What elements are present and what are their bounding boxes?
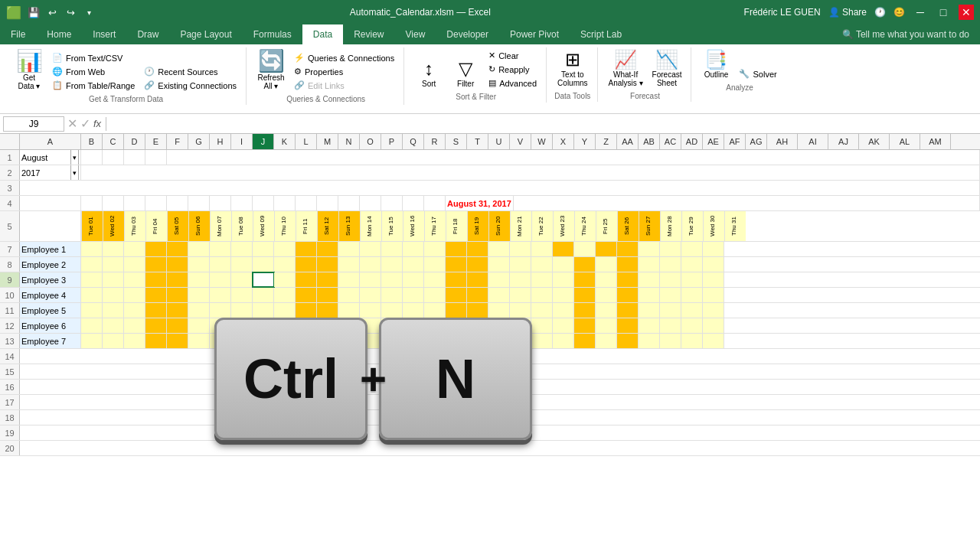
col-l[interactable]: L: [296, 134, 317, 149]
minimize-button[interactable]: ─: [913, 5, 928, 20]
emp1-d22[interactable]: [531, 242, 553, 256]
emp1-d17[interactable]: [424, 242, 446, 256]
emp1-d6[interactable]: [188, 242, 210, 256]
col-g[interactable]: G: [188, 134, 210, 149]
emp2-d7[interactable]: [210, 257, 231, 272]
emp7-d10[interactable]: [274, 334, 296, 348]
emp3-d30[interactable]: [703, 272, 724, 287]
emp7-d6[interactable]: [188, 334, 210, 348]
emp2-d20[interactable]: [488, 257, 510, 272]
customize-icon[interactable]: ▾: [81, 5, 96, 20]
emp2-d5[interactable]: [167, 257, 188, 272]
col-ah[interactable]: AH: [767, 134, 798, 149]
reapply-button[interactable]: ↻ Reapply: [485, 63, 540, 76]
emp6-d13[interactable]: [338, 318, 360, 333]
outline-button[interactable]: 📑 Outline: [699, 49, 733, 80]
emp4-d28[interactable]: [660, 288, 681, 302]
emp2-d26[interactable]: [617, 257, 639, 272]
col-aa[interactable]: AA: [617, 134, 639, 149]
emp5-d7[interactable]: [210, 303, 231, 318]
emp3-d17[interactable]: [424, 272, 446, 287]
emp5-d3[interactable]: [124, 303, 145, 318]
month-dropdown-icon[interactable]: ▾: [70, 150, 79, 165]
col-r[interactable]: R: [424, 134, 446, 149]
emp6-d16[interactable]: [403, 318, 424, 333]
emp6-d26[interactable]: [617, 318, 639, 333]
col-f[interactable]: F: [167, 134, 188, 149]
emp5-d20[interactable]: [488, 303, 510, 318]
emp2-d30[interactable]: [703, 257, 724, 272]
emp5-d4[interactable]: [145, 303, 167, 318]
col-s[interactable]: S: [446, 134, 467, 149]
emp4-d6[interactable]: [188, 288, 210, 302]
emp1-d11[interactable]: [296, 242, 317, 256]
emp5-d2[interactable]: [103, 303, 124, 318]
emp7-d27[interactable]: [639, 334, 660, 348]
from-text-csv-button[interactable]: 📄 From Text/CSV: [49, 51, 138, 64]
emp5-d22[interactable]: [531, 303, 553, 318]
tab-data[interactable]: Data: [302, 24, 343, 44]
emp4-d15[interactable]: [381, 288, 403, 302]
refresh-all-button[interactable]: 🔄 RefreshAll ▾: [254, 49, 288, 92]
emp3-d20[interactable]: [488, 272, 510, 287]
emp4-d18[interactable]: [446, 288, 467, 302]
emp6-d12[interactable]: [317, 318, 338, 333]
emp4-d22[interactable]: [531, 288, 553, 302]
clear-button[interactable]: ✕ Clear: [485, 49, 540, 62]
emp3-d19[interactable]: [467, 272, 488, 287]
emp2-d6[interactable]: [188, 257, 210, 272]
emp5-d19[interactable]: [467, 303, 488, 318]
emp5-d16[interactable]: [403, 303, 424, 318]
col-u[interactable]: U: [488, 134, 510, 149]
redo-icon[interactable]: ↪: [63, 5, 78, 20]
emp5-d8[interactable]: [231, 303, 253, 318]
emp4-d27[interactable]: [639, 288, 660, 302]
emp7-d1[interactable]: [81, 334, 103, 348]
emp1-d21[interactable]: [510, 242, 531, 256]
col-v[interactable]: V: [510, 134, 531, 149]
emp6-d22[interactable]: [531, 318, 553, 333]
emp6-d29[interactable]: [681, 318, 703, 333]
emp3-d15[interactable]: [381, 272, 403, 287]
col-b[interactable]: B: [81, 134, 103, 149]
emp6-d6[interactable]: [188, 318, 210, 333]
emp1-d25[interactable]: [596, 242, 617, 256]
col-q[interactable]: Q: [403, 134, 424, 149]
forecast-sheet-button[interactable]: 📉 ForecastSheet: [649, 49, 685, 89]
emp6-d2[interactable]: [103, 318, 124, 333]
emp2-d23[interactable]: [553, 257, 574, 272]
emp7-d11[interactable]: [296, 334, 317, 348]
emp6-d25[interactable]: [596, 318, 617, 333]
col-aj[interactable]: AJ: [828, 134, 859, 149]
tab-file[interactable]: File: [0, 24, 36, 44]
emp5-d24[interactable]: [574, 303, 596, 318]
emp3-d16[interactable]: [403, 272, 424, 287]
emp2-d21[interactable]: [510, 257, 531, 272]
col-h[interactable]: H: [210, 134, 231, 149]
tab-home[interactable]: Home: [36, 24, 82, 44]
col-ai[interactable]: AI: [798, 134, 828, 149]
emp4-d3[interactable]: [124, 288, 145, 302]
emp4-d8[interactable]: [231, 288, 253, 302]
from-web-button[interactable]: 🌐 From Web: [49, 65, 138, 78]
emp1-d3[interactable]: [124, 242, 145, 256]
emp3-d2[interactable]: [103, 272, 124, 287]
what-if-button[interactable]: 📈 What-IfAnalysis ▾: [606, 49, 646, 89]
tab-power-pivot[interactable]: Power Pivot: [499, 24, 570, 44]
emp1-d27[interactable]: [639, 242, 660, 256]
emp2-d2[interactable]: [103, 257, 124, 272]
emp1-d4[interactable]: [145, 242, 167, 256]
col-o[interactable]: O: [360, 134, 381, 149]
emp2-d27[interactable]: [639, 257, 660, 272]
col-y[interactable]: Y: [574, 134, 596, 149]
emp3-d23[interactable]: [553, 272, 574, 287]
col-ae[interactable]: AE: [703, 134, 724, 149]
col-ad[interactable]: AD: [681, 134, 703, 149]
sort-button[interactable]: ↕ Sort: [412, 58, 446, 90]
emp5-d10[interactable]: [274, 303, 296, 318]
col-p[interactable]: P: [381, 134, 403, 149]
emp1-d24[interactable]: [574, 242, 596, 256]
col-w[interactable]: W: [531, 134, 553, 149]
col-ac[interactable]: AC: [660, 134, 681, 149]
emp3-d8[interactable]: [231, 272, 253, 287]
